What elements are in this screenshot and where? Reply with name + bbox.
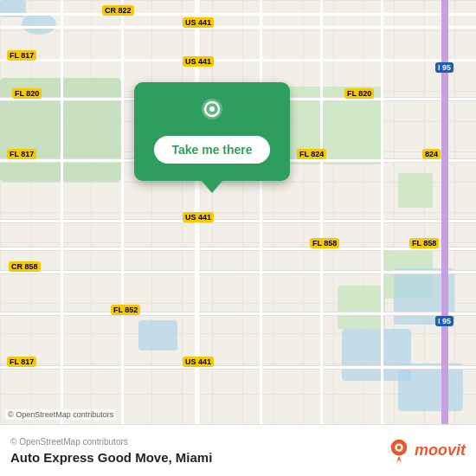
badge-fl824-mid: FL 824 xyxy=(297,149,326,159)
map-attribution: © OpenStreetMap contributors xyxy=(5,409,116,420)
badge-fl820-left: FL 820 xyxy=(12,88,42,99)
moovit-pin-icon xyxy=(387,439,411,463)
road-us441-h xyxy=(0,219,476,223)
road-cr858 xyxy=(0,270,476,274)
road-fl817-bot xyxy=(0,365,476,370)
park-small-2 xyxy=(338,286,385,329)
badge-fl817-bot: FL 817 xyxy=(7,357,36,367)
badge-fl858-right: FL 858 xyxy=(409,238,439,248)
popup-card: Take me there xyxy=(134,82,290,181)
road-v4 xyxy=(320,0,323,424)
moovit-brand-name: moovit xyxy=(415,441,466,460)
water-5 xyxy=(22,13,56,35)
copyright-text: © OpenStreetMap contributors xyxy=(10,437,212,447)
road-us441-top xyxy=(0,26,476,29)
water-4 xyxy=(398,363,463,411)
take-me-there-button[interactable]: Take me there xyxy=(154,136,269,164)
badge-i95-bot: I 95 xyxy=(435,316,453,326)
badge-fl817-mid: FL 817 xyxy=(7,149,36,159)
badge-fl852: FL 852 xyxy=(111,305,140,315)
badge-us441-2: US 441 xyxy=(183,56,214,67)
park-small-3 xyxy=(398,173,433,208)
badge-fl858-mid: FL 858 xyxy=(310,238,339,248)
road-v2 xyxy=(121,0,124,424)
badge-cr822: CR 822 xyxy=(102,5,134,16)
badge-fl817-top: FL 817 xyxy=(7,50,36,61)
road-v3 xyxy=(260,0,262,424)
map-container: CR 822 US 441 FL 817 US 441 I 95 FL 820 … xyxy=(0,0,476,424)
svg-point-5 xyxy=(397,445,402,449)
badge-us441-mid: US 441 xyxy=(183,212,214,222)
road-cr822 xyxy=(0,13,476,16)
location-name: Auto Express Good Move, Miami xyxy=(10,450,212,465)
badge-i95-top: I 95 xyxy=(435,62,453,73)
road-v1 xyxy=(61,0,63,424)
location-pin-icon xyxy=(196,96,228,127)
road-fl817-top xyxy=(0,59,476,61)
water-3 xyxy=(138,320,177,351)
badge-us441-top: US 441 xyxy=(183,17,214,28)
road-fl852 xyxy=(0,312,476,316)
badge-us441-bot: US 441 xyxy=(183,357,214,367)
road-v5 xyxy=(381,0,383,424)
badge-824-right: 824 xyxy=(422,149,441,159)
road-fl858 xyxy=(0,247,476,251)
svg-point-2 xyxy=(209,106,215,112)
badge-cr858: CR 858 xyxy=(9,261,41,272)
bottom-bar: © OpenStreetMap contributors Auto Expres… xyxy=(0,424,476,476)
location-info: © OpenStreetMap contributors Auto Expres… xyxy=(10,437,212,465)
badge-fl820-right: FL 820 xyxy=(344,88,374,99)
moovit-logo: moovit xyxy=(387,439,466,463)
